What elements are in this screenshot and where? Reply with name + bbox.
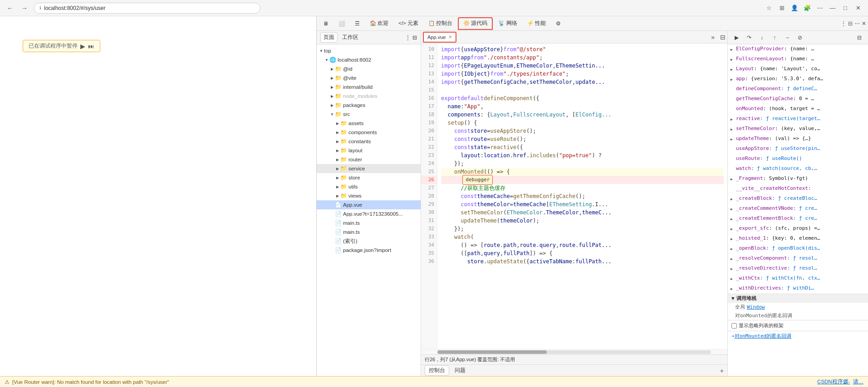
- scope-item-createcommentvnode[interactable]: ▶ _createCommentVNode : ƒ cre…: [728, 204, 868, 214]
- callstack-global-link[interactable]: Window: [747, 304, 765, 310]
- tab-network[interactable]: 📡 网络: [494, 17, 521, 30]
- tree-item-id[interactable]: ▶ 📁 @id: [317, 64, 421, 73]
- tree-item-packages[interactable]: ▶ 📁 packages: [317, 101, 421, 110]
- tree-item-package[interactable]: 📄 package.json?import: [317, 246, 421, 255]
- scope-item-exportsfc[interactable]: ▶ _export_sfc : (sfc, props) =…: [728, 224, 868, 234]
- code-tab-close[interactable]: ✕: [448, 34, 452, 39]
- tree-item-top[interactable]: ▼ top: [317, 46, 421, 55]
- tab-elements[interactable]: </> 元素: [394, 17, 423, 30]
- file-tab-page[interactable]: 页面: [320, 32, 338, 43]
- tree-item-views[interactable]: ▶ 📁 views: [317, 191, 421, 200]
- debug-step-out[interactable]: ↑: [770, 33, 780, 43]
- more-button[interactable]: ⋯: [814, 3, 825, 14]
- scope-item-withctx[interactable]: ▶ _withCtx : ƒ withCtx(fn, ctx…: [728, 274, 868, 284]
- file-tab-workspace[interactable]: 工作区: [339, 33, 361, 42]
- scope-item-app[interactable]: ▶ app : {version: '5.3.0', defa…: [728, 74, 868, 84]
- tree-item-router[interactable]: ▶ 📁 router: [317, 155, 421, 164]
- tree-item-service[interactable]: ▶ 📁 service: [317, 164, 421, 173]
- h-scrollbar[interactable]: [437, 350, 711, 354]
- scope-item-gettheme[interactable]: ▶ getThemeConfigCache : 0 = …: [728, 94, 868, 104]
- scope-item-useroute[interactable]: ▶ useRoute : ƒ useRoute(): [728, 154, 868, 164]
- scope-item-elconfig[interactable]: ▶ ElConfigProvider : {name: …: [728, 44, 868, 54]
- scope-item-watch[interactable]: ▶ watch : ƒ watch(source, cb,…: [728, 164, 868, 174]
- scope-item-openblock[interactable]: ▶ _openBlock : ƒ openBlock(dis…: [728, 244, 868, 254]
- console-tab-console[interactable]: 控制台: [425, 365, 449, 376]
- scope-item-fragment[interactable]: ▶ _Fragment : Symbol(v-fgt): [728, 174, 868, 184]
- console-tab-issues[interactable]: 问题: [451, 366, 469, 375]
- tree-item-app-vue[interactable]: 📄 App.vue: [317, 200, 421, 209]
- tree-item-vite[interactable]: ▶ 📁 @vite: [317, 73, 421, 82]
- scope-item-vite-hotcontext[interactable]: ▶ __vite__createHotContext:: [728, 184, 868, 194]
- scope-item-updatetheme[interactable]: ▶ updateTheme : (val) => {…}: [728, 134, 868, 144]
- resume-button[interactable]: ▶: [80, 43, 85, 50]
- debug-step-into[interactable]: ↓: [757, 33, 767, 43]
- tab-welcome[interactable]: 🏠 欢迎: [365, 17, 393, 30]
- tree-item-layout[interactable]: ▶ 📁 layout: [317, 146, 421, 155]
- tree-item-node-modules[interactable]: ▶ 📁 node_modules: [317, 92, 421, 101]
- tree-item-main-ts[interactable]: 📄 main.ts: [317, 218, 421, 227]
- minimize-button[interactable]: —: [827, 3, 838, 14]
- tree-item-utils[interactable]: ▶ 📁 utils: [317, 182, 421, 191]
- scope-item-onmounted[interactable]: ▶ onMounted : (hook, target = …: [728, 104, 868, 114]
- url-bar[interactable]: ℹ localhost:8002/#/sys/user: [34, 3, 260, 14]
- file-panel-more[interactable]: ⋮: [405, 34, 411, 41]
- csdn-link2[interactable]: 请…: [853, 378, 864, 385]
- maximize-button[interactable]: □: [840, 3, 851, 14]
- more-tabs-icon[interactable]: »: [711, 34, 715, 41]
- call-stack-header[interactable]: ▼ 调用堆栈: [728, 294, 868, 303]
- ignore-list-checkbox[interactable]: [731, 323, 737, 329]
- scope-item-resolvecomponent[interactable]: ▶ _resolveComponent : ƒ resol…: [728, 254, 868, 264]
- scope-item-reactive[interactable]: ▶ reactive : ƒ reactive(target…: [728, 114, 868, 124]
- on-mounted-link[interactable]: 对onMounted的匿名回调: [735, 333, 792, 339]
- back-button[interactable]: ←: [5, 3, 15, 14]
- dock-button[interactable]: ⊟: [848, 20, 853, 27]
- tree-item-localhost[interactable]: ▼ 🌐 localhost:8002: [317, 55, 421, 64]
- scope-item-resolvedirective[interactable]: ▶ _resolveDirective : ƒ resol…: [728, 264, 868, 274]
- tree-item-components[interactable]: ▶ 📁 components: [317, 128, 421, 137]
- tab-performance[interactable]: ⚡ 性能: [523, 17, 550, 30]
- scope-item-definecomponent[interactable]: ▶ defineComponent : ƒ defineC…: [728, 84, 868, 94]
- tree-item-index[interactable]: 📄 (索引): [317, 237, 421, 246]
- tree-item-src[interactable]: ▼ 📁 src: [317, 110, 421, 119]
- panel-close-icon[interactable]: ⊟: [720, 34, 726, 41]
- callstack-item-global[interactable]: 全局 Window: [728, 303, 868, 311]
- tab-settings[interactable]: ⚙: [551, 17, 565, 30]
- right-panel-toggle[interactable]: ⊟: [854, 33, 864, 43]
- close-button[interactable]: ✕: [853, 3, 863, 14]
- tree-item-assets[interactable]: ▶ 📁 assets: [317, 119, 421, 128]
- tab-device[interactable]: 🖥: [319, 17, 333, 30]
- file-panel-toggle[interactable]: ⊟: [412, 34, 417, 41]
- collection-button[interactable]: ⊞: [776, 3, 787, 14]
- scope-item-createblock[interactable]: ▶ _createBlock : ƒ createBloc…: [728, 194, 868, 204]
- callstack-item-anon[interactable]: 对onMounted的匿名回调: [728, 311, 868, 320]
- tab-responsive[interactable]: ☰: [350, 17, 364, 30]
- tab-inspect[interactable]: ⬜: [334, 17, 349, 30]
- step-over-button[interactable]: ⏭: [88, 43, 94, 50]
- scope-item-useappstore[interactable]: ▶ useAppStore : ƒ useStore(pin…: [728, 144, 868, 154]
- more-tabs-button[interactable]: ⋮: [841, 20, 846, 27]
- scope-item-hoisted1[interactable]: ▶ _hoisted_1 : {key: 0, elemen…: [728, 234, 868, 244]
- forward-button[interactable]: →: [19, 3, 30, 14]
- tree-item-constants[interactable]: ▶ 📁 constants: [317, 137, 421, 146]
- profile-button[interactable]: 👤: [789, 3, 800, 14]
- tab-console[interactable]: 📋 控制台: [424, 17, 457, 30]
- tree-item-internal[interactable]: ▶ 📁 internal/build: [317, 82, 421, 92]
- tree-item-main-ts-2[interactable]: 📄 main.ts: [317, 227, 421, 237]
- scope-item-fullscreenlayout[interactable]: ▶ FullscreenLayout : {name: …: [728, 54, 868, 64]
- csdn-link[interactable]: CSDN程序媛-: [817, 378, 850, 385]
- extensions-button[interactable]: 🧩: [802, 3, 813, 14]
- debug-deactivate[interactable]: →: [782, 33, 792, 43]
- scope-item-layout[interactable]: ▶ Layout : {name: 'Layout', co…: [728, 64, 868, 74]
- debug-step-over[interactable]: ↷: [744, 33, 754, 43]
- close-devtools-button[interactable]: ✕: [862, 20, 866, 27]
- scope-item-createelementblock[interactable]: ▶ _createElementBlock : ƒ cre…: [728, 214, 868, 224]
- tree-item-app-vue-ts[interactable]: 📄 App.vue?t=1713236005...: [317, 209, 421, 218]
- code-text[interactable]: import { useAppStore } from "@/store" im…: [437, 44, 727, 349]
- scope-item-setthemecolor[interactable]: ▶ setThemeColor : (key, value,…: [728, 124, 868, 134]
- debug-breakpoints[interactable]: ⊘: [795, 33, 805, 43]
- tree-item-store[interactable]: ▶ 📁 store: [317, 173, 421, 182]
- star-button[interactable]: ☆: [764, 3, 775, 14]
- settings-button[interactable]: ⋯: [854, 20, 860, 27]
- scope-item-withdirectives[interactable]: ▶ _withDirectives : ƒ withDi…: [728, 284, 868, 294]
- console-add-button[interactable]: +: [720, 367, 724, 374]
